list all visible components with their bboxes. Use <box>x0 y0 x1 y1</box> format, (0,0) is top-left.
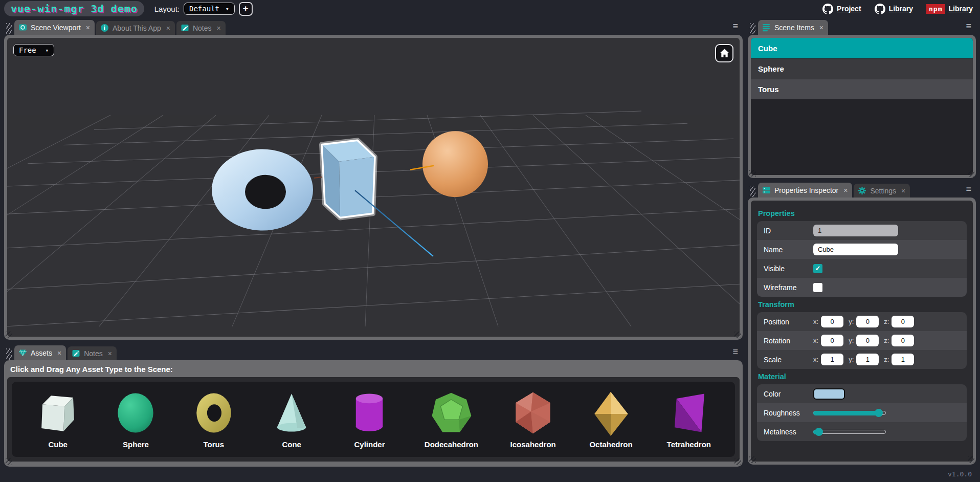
window-menu-icon[interactable]: ≡ <box>730 346 741 359</box>
tab-close-icon[interactable]: × <box>216 24 220 32</box>
scene-items-tabstrip: Scene Items × ≡ <box>748 19 976 35</box>
wireframe-row: Wireframe <box>757 278 967 297</box>
scene-item-cube[interactable]: Cube <box>751 38 973 58</box>
cylinder-asset-icon <box>346 390 392 436</box>
tab-properties-inspector[interactable]: Properties Inspector × <box>758 183 852 198</box>
resize-corner[interactable] <box>734 458 741 465</box>
npm-library-link[interactable]: npm Library <box>926 4 973 14</box>
project-link-label: Project <box>837 5 861 13</box>
rotation-y-field[interactable] <box>856 335 879 346</box>
tab-close-icon[interactable]: × <box>166 24 170 32</box>
asset-tetrahedron[interactable]: Tetrahedron <box>666 390 712 449</box>
scale-y-field[interactable] <box>856 354 879 365</box>
y-axis-label: y: <box>849 356 854 363</box>
tab-close-icon[interactable]: × <box>843 186 848 194</box>
camera-mode-select[interactable]: Free ▾ <box>13 44 54 56</box>
tab-label: Properties Inspector <box>774 186 838 194</box>
asset-icosahedron[interactable]: Icosahedron <box>510 390 556 449</box>
octahedron-asset-icon <box>588 390 634 436</box>
asset-cylinder[interactable]: Cylinder <box>346 390 392 449</box>
resize-corner[interactable] <box>734 332 741 338</box>
position-y-field[interactable] <box>856 316 879 327</box>
tab-settings[interactable]: Settings × <box>854 184 910 198</box>
dodecahedron-asset-icon <box>428 390 474 436</box>
color-swatch[interactable] <box>813 388 845 400</box>
y-axis-label: y: <box>849 337 854 344</box>
list-icon <box>762 23 771 32</box>
assets-content: Cube Sphere <box>7 377 740 462</box>
asset-octahedron[interactable]: Octahedron <box>588 390 634 449</box>
metalness-slider[interactable] <box>813 428 886 436</box>
tab-close-icon[interactable]: × <box>901 187 905 195</box>
scale-row: Scale x: y: z: <box>757 350 967 369</box>
asset-cube[interactable]: Cube <box>35 390 81 449</box>
tab-close-icon[interactable]: × <box>57 349 61 357</box>
asset-sphere[interactable]: Sphere <box>113 390 159 449</box>
tab-scene-items[interactable]: Scene Items × <box>758 20 828 35</box>
visible-checkbox[interactable]: ✓ <box>813 264 822 273</box>
tab-notes-bottom[interactable]: Notes × <box>68 346 117 360</box>
name-row: Name <box>757 240 967 259</box>
metalness-row: Metalness <box>757 422 967 441</box>
check-icon: ✓ <box>815 265 821 272</box>
material-group: Color Roughness Metalnes <box>757 384 967 441</box>
cube-object[interactable] <box>322 140 375 217</box>
resize-corner[interactable] <box>749 456 756 463</box>
roughness-slider[interactable] <box>813 409 886 417</box>
cone-asset-icon <box>269 390 315 436</box>
tab-notes[interactable]: Notes × <box>176 21 226 35</box>
tab-assets[interactable]: Assets × <box>14 345 66 360</box>
asset-cone[interactable]: Cone <box>269 390 315 449</box>
name-field[interactable] <box>813 244 898 255</box>
slider-thumb[interactable] <box>875 409 883 417</box>
layout-select[interactable]: Default ▾ <box>184 3 235 15</box>
library-link-label: Library <box>889 5 913 13</box>
assets-tabstrip: Assets × Notes × ≡ <box>4 345 743 360</box>
tab-close-icon[interactable]: × <box>819 24 823 32</box>
sphere-asset-icon <box>113 390 159 436</box>
scale-z-field[interactable] <box>892 354 914 365</box>
scene-canvas[interactable]: Free ▾ <box>7 38 740 337</box>
resize-grip[interactable] <box>6 23 12 34</box>
rotation-z-field[interactable] <box>892 335 914 346</box>
window-menu-icon[interactable]: ≡ <box>963 21 974 33</box>
id-field <box>813 225 898 236</box>
wireframe-checkbox[interactable] <box>813 283 822 292</box>
resize-grip[interactable] <box>750 23 755 34</box>
add-window-button[interactable]: + <box>239 2 253 16</box>
reset-camera-button[interactable] <box>715 44 733 62</box>
scale-x-field[interactable] <box>821 354 843 365</box>
scene-item-sphere[interactable]: Sphere <box>751 58 973 79</box>
resize-corner[interactable] <box>968 170 974 177</box>
window-menu-icon[interactable]: ≡ <box>730 21 741 33</box>
scene-item-torus[interactable]: Torus <box>751 79 973 99</box>
torus-object[interactable] <box>212 149 313 230</box>
github-project-link[interactable]: Project <box>822 4 861 14</box>
inspector-tabstrip: Properties Inspector × Settings × ≡ <box>748 182 976 198</box>
slider-thumb[interactable] <box>815 428 823 436</box>
sphere-object[interactable] <box>422 131 488 197</box>
inspector-body: Properties ID Name Visible <box>748 198 976 465</box>
position-z-field[interactable] <box>892 316 914 327</box>
asset-torus[interactable]: Torus <box>191 390 237 449</box>
tab-close-icon[interactable]: × <box>108 349 112 358</box>
window-menu-icon[interactable]: ≡ <box>963 184 974 196</box>
tab-close-icon[interactable]: × <box>86 24 90 32</box>
rotation-x-field[interactable] <box>821 335 843 346</box>
tab-label: Settings <box>870 187 896 195</box>
resize-corner[interactable] <box>6 458 12 465</box>
tab-about-this-app[interactable]: About This App × <box>96 21 175 35</box>
resize-corner[interactable] <box>6 332 12 338</box>
resize-grip[interactable] <box>6 348 12 360</box>
resize-corner[interactable] <box>749 170 756 177</box>
tab-scene-viewport[interactable]: Scene Viewport × <box>14 20 95 35</box>
github-library-link[interactable]: Library <box>875 4 913 14</box>
transform-group: Position x: y: z: Rotation x: <box>757 312 967 369</box>
asset-dodecahedron[interactable]: Dodecahedron <box>425 390 478 449</box>
resize-corner[interactable] <box>968 456 974 463</box>
pencil-icon <box>181 24 189 32</box>
position-row: Position x: y: z: <box>757 312 967 331</box>
position-x-field[interactable] <box>821 316 843 327</box>
slider-fill <box>813 411 879 415</box>
resize-grip[interactable] <box>750 186 755 197</box>
